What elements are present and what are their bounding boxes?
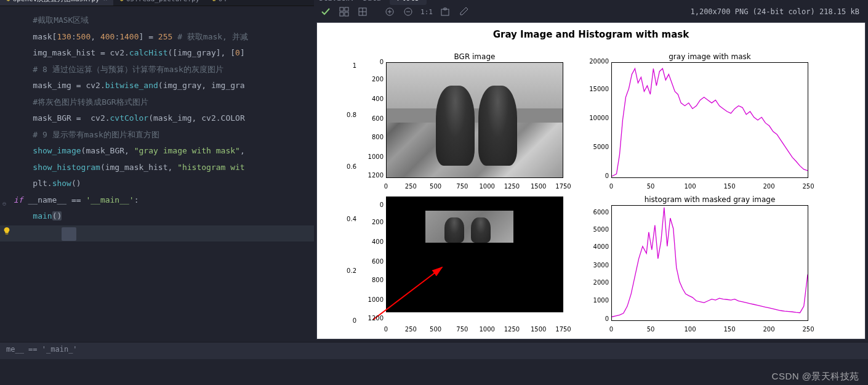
eyedropper-icon[interactable] [457,5,470,18]
svg-rect-3 [340,12,344,16]
tab-file-2[interactable]: ⚙04 [206,0,233,6]
fold-icon[interactable]: ⊖ [2,196,6,213]
lightbulb-icon[interactable] [2,227,11,235]
python-icon: ⚙ [119,0,124,6]
watermark: CSDN @景天科技苑 [772,371,859,383]
plot-toolbar: 1:1 1,200x700 PNG (24-bit color) 218.15 … [314,1,868,22]
zoom-out-icon[interactable] [401,5,415,18]
svg-rect-1 [340,7,344,11]
histogram-2 [612,206,808,320]
figure-title: Gray Image and Histogram with mask [317,23,865,40]
bgr-image [387,63,563,177]
editor-pane: ⚙opencv灰度直方图mask.py× ⚙05.read_picture.py… [0,0,314,342]
plot-canvas[interactable]: Gray Image and Histogram with mask 0 0.2… [316,22,866,339]
svg-rect-2 [345,7,348,11]
export-icon[interactable] [438,5,452,18]
sciview-pane: SciView: Data Plots 1:1 1,200x700 PNG (2… [314,0,868,342]
apply-icon[interactable] [319,5,332,18]
python-icon: ⚙ [6,0,10,6]
tab-file-1[interactable]: ⚙05.read_picture.py [113,0,206,6]
histogram-1 [612,63,808,177]
fit-icon[interactable] [337,5,351,18]
close-icon[interactable]: × [103,0,108,6]
svg-rect-0 [6,233,8,234]
editor-tabs: ⚙opencv灰度直方图mask.py× ⚙05.read_picture.py… [0,0,314,6]
python-icon: ⚙ [212,0,216,6]
zoom-actual-icon[interactable]: 1:1 [420,5,433,18]
svg-rect-4 [345,12,348,16]
subplot-title-1: gray image with mask [611,52,808,61]
breadcrumb: me__ == '_main_' [0,342,868,359]
subplot-title-3: histogram with masked gray image [611,195,808,204]
tab-file-0[interactable]: ⚙opencv灰度直方图mask.py× [0,0,113,6]
subplot-title-0: BGR image [386,52,563,61]
code-editor[interactable]: ⊖ #截取MASK区域 mask[130:500, 400:1400] = 25… [0,6,314,225]
zoom-in-icon[interactable] [383,5,396,18]
masked-image [387,197,563,312]
image-metadata: 1,200x700 PNG (24-bit color) 218.15 kB [690,7,863,16]
grid-icon[interactable] [356,5,369,18]
